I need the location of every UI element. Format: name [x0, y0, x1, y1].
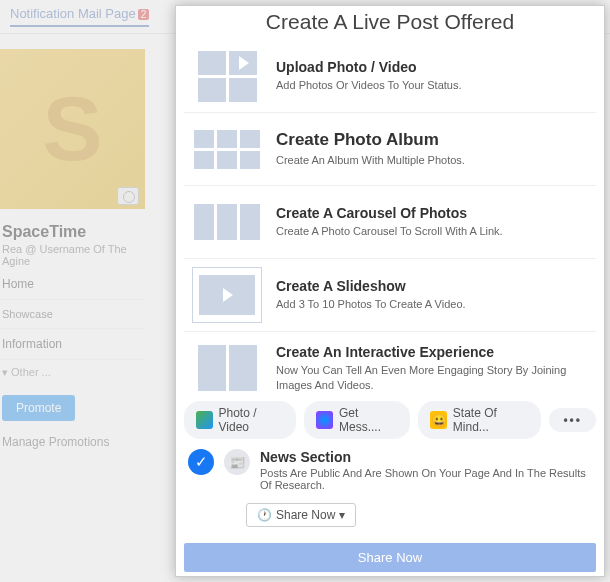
option-create-album[interactable]: Create Photo Album Create An Album With …: [184, 113, 596, 186]
news-icon[interactable]: 📰: [224, 449, 250, 475]
emoji-icon: 😀: [430, 411, 447, 429]
chevron-down-icon: ▾: [339, 508, 345, 522]
share-now-dropdown[interactable]: 🕐 Share Now ▾: [246, 503, 356, 527]
share-now-button[interactable]: Share Now: [184, 543, 596, 572]
option-desc: Create A Photo Carousel To Scroll With A…: [276, 224, 588, 238]
option-desc: Add Photos Or Videos To Your Status.: [276, 78, 588, 92]
composer-pill-row: Photo / Video Get Mess.... 😀 State Of Mi…: [184, 401, 596, 439]
slideshow-thumb-icon: [192, 267, 262, 323]
option-desc: Now You Can Tell An Even More Engaging S…: [276, 363, 588, 392]
news-section-row: ✓ 📰 News Section Posts Are Public And Ar…: [184, 439, 596, 501]
post-options-list: Upload Photo / Video Add Photos Or Video…: [176, 40, 604, 393]
modal-title: Create A Live Post Offered: [176, 6, 604, 40]
messenger-icon: [316, 411, 333, 429]
pill-state-of-mind[interactable]: 😀 State Of Mind...: [418, 401, 541, 439]
photo-icon: [196, 411, 213, 429]
option-interactive-experience[interactable]: Create An Interactive Experience Now You…: [184, 332, 596, 393]
upload-thumb-icon: [192, 48, 262, 104]
option-title: Create A Slideshow: [276, 278, 588, 294]
news-section-desc: Posts Are Public And Are Shown On Your P…: [260, 467, 592, 491]
option-title: Create An Interactive Experience: [276, 344, 588, 360]
option-upload-photo-video[interactable]: Upload Photo / Video Add Photos Or Video…: [184, 40, 596, 113]
carousel-thumb-icon: [192, 194, 262, 250]
create-post-modal: Create A Live Post Offered Upload Photo …: [175, 5, 605, 577]
option-title: Create Photo Album: [276, 130, 588, 150]
option-desc: Add 3 To 10 Photos To Create A Video.: [276, 297, 588, 311]
pill-get-messages[interactable]: Get Mess....: [304, 401, 410, 439]
composer-footer: Photo / Video Get Mess.... 😀 State Of Mi…: [176, 393, 604, 535]
check-icon[interactable]: ✓: [188, 449, 214, 475]
news-section-title: News Section: [260, 449, 592, 465]
option-title: Create A Carousel Of Photos: [276, 205, 588, 221]
pill-photo-video[interactable]: Photo / Video: [184, 401, 296, 439]
option-create-carousel[interactable]: Create A Carousel Of Photos Create A Pho…: [184, 186, 596, 259]
album-thumb-icon: [192, 121, 262, 177]
interactive-thumb-icon: [192, 340, 262, 393]
option-title: Upload Photo / Video: [276, 59, 588, 75]
option-create-slideshow[interactable]: Create A Slideshow Add 3 To 10 Photos To…: [184, 259, 596, 332]
pill-more[interactable]: •••: [549, 408, 596, 432]
option-desc: Create An Album With Multiple Photos.: [276, 153, 588, 167]
